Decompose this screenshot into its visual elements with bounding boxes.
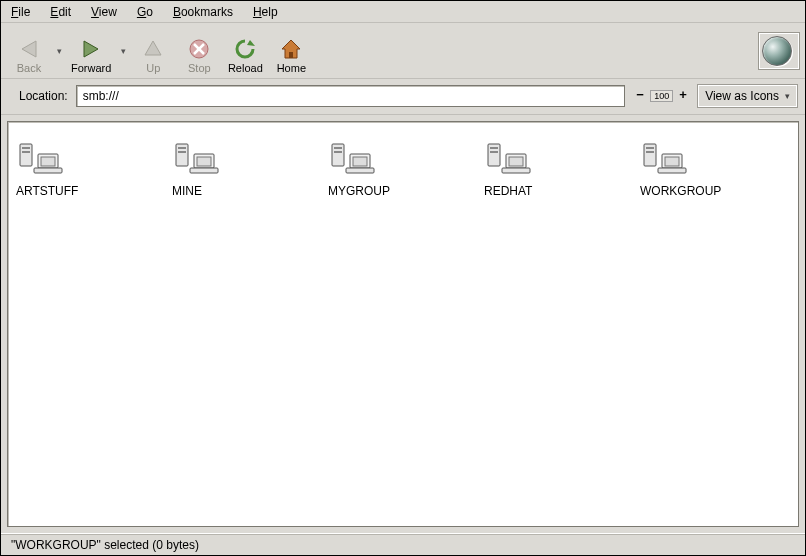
up-icon: [142, 38, 164, 60]
menubar: File Edit View Go Bookmarks Help: [1, 1, 805, 23]
location-input[interactable]: [76, 85, 625, 107]
chevron-down-icon: ▾: [785, 91, 790, 101]
svg-rect-19: [197, 157, 211, 166]
svg-rect-22: [334, 147, 342, 149]
menu-edit[interactable]: Edit: [44, 3, 77, 21]
svg-rect-34: [646, 147, 654, 149]
svg-marker-1: [84, 41, 98, 57]
home-icon: [280, 38, 302, 60]
reload-button[interactable]: Reload: [223, 27, 267, 75]
svg-rect-14: [34, 168, 62, 173]
svg-rect-38: [658, 168, 686, 173]
locationbar: Location: − 100 + View as Icons ▾: [1, 79, 805, 115]
back-button[interactable]: Back: [7, 27, 51, 75]
icon-view[interactable]: ARTSTUFF MINE MYGROUP REDHAT WORKGROUP: [7, 121, 799, 527]
svg-rect-29: [490, 151, 498, 153]
svg-rect-31: [509, 157, 523, 166]
svg-rect-23: [334, 151, 342, 153]
workgroup-item[interactable]: ARTSTUFF: [12, 134, 168, 216]
workgroup-label: REDHAT: [484, 184, 532, 198]
svg-marker-2: [145, 41, 161, 55]
menu-view[interactable]: View: [85, 3, 123, 21]
workgroup-item[interactable]: REDHAT: [480, 134, 636, 216]
svg-rect-32: [502, 168, 530, 173]
stop-icon: [188, 38, 210, 60]
throbber: [759, 33, 799, 69]
workgroup-item[interactable]: MYGROUP: [324, 134, 480, 216]
statusbar: "WORKGROUP" selected (0 bytes): [1, 533, 805, 555]
zoom-in-button[interactable]: +: [676, 89, 690, 103]
svg-rect-11: [22, 151, 30, 153]
svg-rect-16: [178, 147, 186, 149]
workgroup-label: ARTSTUFF: [16, 184, 78, 198]
svg-rect-26: [346, 168, 374, 173]
svg-rect-25: [353, 157, 367, 166]
back-icon: [18, 38, 40, 60]
svg-rect-35: [646, 151, 654, 153]
up-button[interactable]: Up: [131, 27, 175, 75]
back-dropdown[interactable]: ▾: [53, 27, 65, 75]
reload-icon: [234, 38, 256, 60]
svg-rect-17: [178, 151, 186, 153]
menu-bookmarks[interactable]: Bookmarks: [167, 3, 239, 21]
svg-rect-13: [41, 157, 55, 166]
home-button[interactable]: Home: [269, 27, 313, 75]
view-mode-select[interactable]: View as Icons ▾: [698, 85, 797, 107]
zoom-value[interactable]: 100: [650, 90, 673, 102]
workgroup-item[interactable]: MINE: [168, 134, 324, 216]
forward-dropdown[interactable]: ▾: [117, 27, 129, 75]
svg-marker-6: [247, 40, 255, 46]
svg-rect-28: [490, 147, 498, 149]
svg-marker-0: [22, 41, 36, 57]
workgroup-icon: [328, 138, 376, 180]
workgroup-icon: [484, 138, 532, 180]
svg-rect-37: [665, 157, 679, 166]
forward-icon: [80, 38, 102, 60]
workgroup-label: WORKGROUP: [640, 184, 721, 198]
svg-rect-8: [289, 52, 293, 58]
menu-file[interactable]: File: [5, 3, 36, 21]
stop-button[interactable]: Stop: [177, 27, 221, 75]
workgroup-item[interactable]: WORKGROUP: [636, 134, 792, 216]
status-text: "WORKGROUP" selected (0 bytes): [11, 538, 199, 552]
workgroup-icon: [640, 138, 688, 180]
svg-rect-20: [190, 168, 218, 173]
location-label: Location:: [19, 89, 68, 103]
forward-button[interactable]: Forward: [67, 27, 115, 75]
workgroup-label: MINE: [172, 184, 202, 198]
menu-go[interactable]: Go: [131, 3, 159, 21]
svg-rect-10: [22, 147, 30, 149]
throbber-icon: [762, 36, 792, 66]
workgroup-icon: [172, 138, 220, 180]
zoom-out-button[interactable]: −: [633, 89, 647, 103]
workgroup-icon: [16, 138, 64, 180]
toolbar: Back ▾ Forward ▾ Up Stop Reload Home: [1, 23, 805, 79]
workgroup-label: MYGROUP: [328, 184, 390, 198]
zoom-control: − 100 +: [633, 89, 690, 103]
menu-help[interactable]: Help: [247, 3, 284, 21]
content-wrap: ARTSTUFF MINE MYGROUP REDHAT WORKGROUP: [1, 115, 805, 533]
